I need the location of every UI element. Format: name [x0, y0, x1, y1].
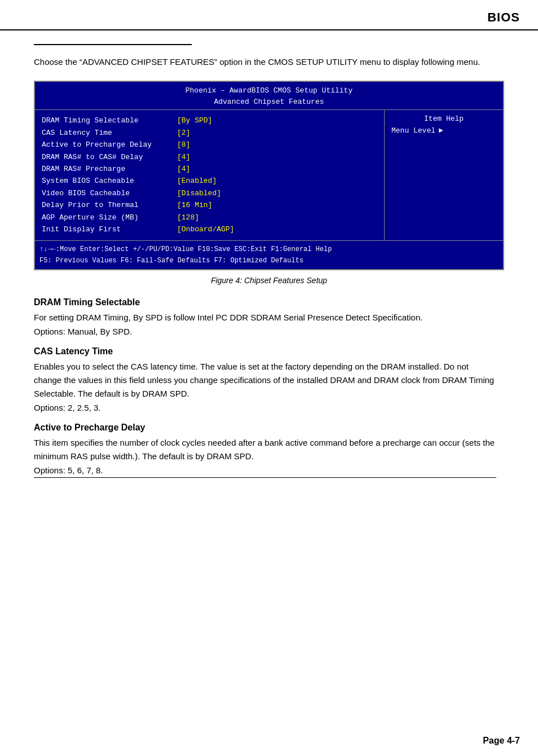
bios-row: AGP Aperture Size (MB)[128]	[42, 212, 377, 223]
bios-row: Init Display First[Onboard/AGP]	[42, 223, 377, 235]
bios-row-value: [Disabled]	[177, 187, 221, 199]
section-options-dram-timing: Options: Manual, By SPD.	[34, 327, 504, 336]
bios-row: Active to Precharge Delay[8]	[42, 139, 377, 151]
bios-left-panel: DRAM Timing Selectable[By SPD]CAS Latenc…	[35, 110, 385, 240]
bios-row-label: CAS Latency Time	[42, 127, 177, 139]
bios-row: DRAM Timing Selectable[By SPD]	[42, 115, 377, 126]
bios-row: CAS Latency Time[2]	[42, 127, 377, 139]
bios-row-value: [By SPD]	[177, 115, 212, 126]
bios-row: Video BIOS Cacheable[Disabled]	[42, 187, 377, 199]
figure-caption: Figure 4: Chipset Features Setup	[34, 276, 504, 285]
intro-text: Choose the “ADVANCED CHIPSET FEATURES” o…	[34, 55, 496, 68]
bios-row-label: AGP Aperture Size (MB)	[42, 212, 177, 223]
bios-footer-line2: F5: Previous Values F6: Fail-Safe Defaul…	[39, 255, 499, 266]
bios-row: DRAM RAS# Precharge[4]	[42, 163, 377, 175]
page-title: BIOS	[487, 10, 520, 25]
bios-right-panel: Item Help Menu Level ►	[385, 110, 503, 240]
bios-row-value: [4]	[177, 163, 190, 175]
section-options-cas-latency: Options: 2, 2.5, 3.	[34, 403, 504, 412]
bios-row-value: [128]	[177, 212, 199, 223]
bios-row: Delay Prior to Thermal[16 Min]	[42, 199, 377, 211]
section-heading-cas-latency: CAS Latency Time	[34, 346, 504, 357]
bios-title-line1: Phoenix – AwardBIOS CMOS Setup Utility	[37, 85, 501, 96]
bios-row-label: Init Display First	[42, 223, 177, 235]
section-heading-dram-timing: DRAM Timing Selectable	[34, 297, 504, 307]
bios-menu-level-label: Menu Level	[391, 126, 435, 135]
section-options-active-precharge: Options: 5, 6, 7, 8.	[34, 465, 504, 475]
bios-title-line2: Advanced Chipset Features	[37, 96, 501, 108]
bios-row-value: [2]	[177, 127, 190, 139]
section-line	[34, 44, 192, 45]
bios-main: DRAM Timing Selectable[By SPD]CAS Latenc…	[35, 109, 503, 240]
bottom-rule	[34, 477, 496, 478]
page-footer: Page 4-7	[483, 736, 520, 746]
bios-footer: ↑↓→←:Move Enter:Select +/-/PU/PD:Value F…	[35, 240, 503, 270]
bios-row: System BIOS Cacheable[Enabled]	[42, 175, 377, 187]
bios-help-title: Item Help	[391, 115, 496, 123]
section-heading-active-precharge: Active to Precharge Delay	[34, 423, 504, 433]
bios-row: DRAM RAS# to CAS# Delay[4]	[42, 151, 377, 163]
bios-row-value: [8]	[177, 139, 190, 151]
bios-row-label: Active to Precharge Delay	[42, 139, 177, 151]
page-header: BIOS	[0, 0, 538, 30]
bios-row-value: [Enabled]	[177, 175, 217, 187]
bios-title-bar: Phoenix – AwardBIOS CMOS Setup Utility A…	[35, 82, 503, 109]
bios-row-label: DRAM RAS# Precharge	[42, 163, 177, 175]
bios-row-label: System BIOS Cacheable	[42, 175, 177, 187]
bios-row-value: [4]	[177, 151, 190, 163]
section-body-cas-latency: Enables you to select the CAS latency ti…	[34, 360, 496, 401]
bios-menu-level: Menu Level ►	[391, 126, 496, 135]
bios-row-label: DRAM Timing Selectable	[42, 115, 177, 126]
bios-menu-level-arrow: ►	[439, 126, 443, 135]
bios-row-value: [16 Min]	[177, 199, 212, 211]
content-area: Choose the “ADVANCED CHIPSET FEATURES” o…	[0, 30, 538, 512]
section-body-dram-timing: For setting DRAM Timing, By SPD is follo…	[34, 311, 496, 324]
bios-row-value: [Onboard/AGP]	[177, 223, 234, 235]
bios-screen: Phoenix – AwardBIOS CMOS Setup Utility A…	[34, 81, 504, 270]
bios-footer-line1: ↑↓→←:Move Enter:Select +/-/PU/PD:Value F…	[39, 244, 499, 255]
sections-container: DRAM Timing SelectableFor setting DRAM T…	[34, 297, 504, 478]
bios-row-label: Delay Prior to Thermal	[42, 199, 177, 211]
bios-row-label: DRAM RAS# to CAS# Delay	[42, 151, 177, 163]
bios-row-label: Video BIOS Cacheable	[42, 187, 177, 199]
section-body-active-precharge: This item specifies the number of clock …	[34, 436, 496, 463]
